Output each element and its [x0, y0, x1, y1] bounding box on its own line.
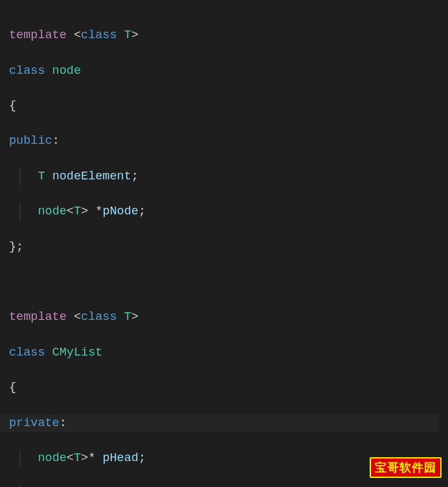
- code-line[interactable]: {: [9, 97, 439, 115]
- code-line[interactable]: {: [9, 379, 439, 396]
- code-line[interactable]: [9, 273, 439, 291]
- code-editor[interactable]: template <class T> class node { public: …: [9, 9, 439, 487]
- code-line[interactable]: class CMyList: [9, 344, 439, 361]
- code-line[interactable]: node<T> *pNode;: [9, 203, 439, 220]
- code-line[interactable]: class node: [9, 62, 439, 80]
- code-line[interactable]: template <class T>: [9, 308, 439, 326]
- code-line[interactable]: template <class T>: [9, 27, 439, 44]
- code-line[interactable]: };: [9, 238, 439, 256]
- code-line[interactable]: node<T>* pTail;: [9, 484, 439, 487]
- code-line[interactable]: public:: [9, 132, 439, 150]
- code-line[interactable]: T nodeElement;: [9, 168, 439, 185]
- watermark-badge: 宝哥软件园: [370, 457, 442, 478]
- code-line-active[interactable]: private:: [0, 414, 439, 432]
